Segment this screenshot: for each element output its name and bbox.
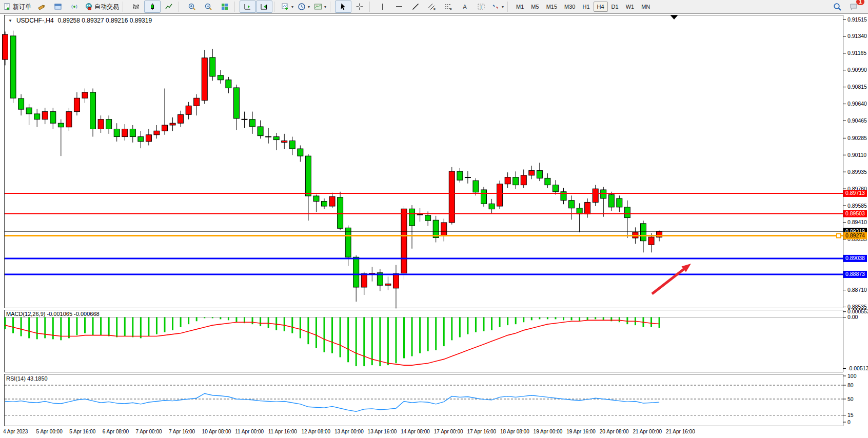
macd-histogram-bar — [515, 317, 517, 325]
macd-histogram-bar — [52, 317, 54, 340]
candle-body — [3, 34, 8, 59]
chart-canvas[interactable]: 0.915150.913400.911650.909900.908150.906… — [0, 0, 868, 438]
candle-body — [226, 80, 231, 88]
candle-body — [266, 136, 271, 137]
time-axis-label: 11 Apr 00:00 — [235, 429, 264, 434]
macd-histogram-bar — [5, 317, 6, 329]
candle-body — [481, 190, 487, 204]
macd-histogram-bar — [204, 317, 205, 318]
rsi-axis-label: 15 — [847, 412, 854, 418]
macd-histogram-bar — [220, 317, 221, 320]
candle-body — [50, 112, 56, 124]
candle-body — [393, 274, 399, 288]
rsi-pane[interactable] — [5, 374, 843, 426]
macd-histogram-bar — [100, 317, 102, 335]
candle-body — [154, 131, 160, 135]
macd-histogram-bar — [467, 317, 468, 334]
macd-histogram-bar — [148, 317, 149, 336]
macd-indicator-label: MACD(12,26,9) -0.001065 -0.000668 — [6, 311, 100, 317]
candle-body — [537, 170, 542, 178]
candle-body — [338, 197, 343, 229]
price-level-badge-text: 0.89274 — [845, 232, 865, 238]
time-axis-label: 20 Apr 08:00 — [600, 429, 629, 434]
macd-histogram-bar — [252, 317, 253, 325]
candle-body — [289, 141, 295, 149]
macd-axis-label: 0.00 — [847, 314, 858, 320]
macd-histogram-bar — [547, 317, 548, 320]
candle-body — [130, 129, 135, 136]
price-axis-tick-label: 0.90465 — [847, 117, 867, 124]
chart-title: ▼ USDCHF-,H4 0.89258 0.89327 0.89216 0.8… — [8, 17, 152, 24]
macd-histogram-bar — [356, 317, 357, 367]
macd-histogram-bar — [235, 317, 237, 323]
macd-histogram-bar — [619, 317, 620, 323]
candle-body — [601, 190, 606, 198]
macd-histogram-bar — [132, 317, 133, 337]
macd-histogram-bar — [650, 317, 652, 328]
candle-body — [353, 257, 359, 287]
candle-body — [273, 137, 279, 140]
price-axis-tick-label: 0.90285 — [847, 135, 867, 141]
macd-histogram-bar — [180, 317, 182, 328]
macd-histogram-bar — [324, 317, 325, 352]
candle-body — [617, 198, 622, 207]
candle-body — [122, 129, 128, 136]
candle-body — [361, 274, 367, 287]
macd-pane[interactable] — [5, 310, 843, 372]
candle-body — [18, 98, 24, 109]
candle-body — [441, 223, 447, 236]
macd-histogram-bar — [347, 317, 349, 363]
candle-body — [425, 215, 431, 221]
macd-histogram-bar — [340, 317, 341, 357]
macd-histogram-bar — [435, 317, 437, 350]
candle-body — [298, 149, 303, 156]
macd-histogram-bar — [595, 317, 596, 320]
price-level-badge-text: 0.89713 — [845, 190, 865, 196]
candle-body — [329, 196, 335, 206]
candle-body — [529, 170, 535, 175]
candle-body — [569, 201, 575, 208]
time-axis-label: 7 Apr 16:00 — [169, 429, 195, 434]
price-axis-tick-label: 0.91515 — [847, 16, 867, 23]
candle-body — [250, 120, 255, 127]
time-axis-label: 17 Apr 16:00 — [467, 429, 496, 434]
candle-body — [34, 114, 40, 120]
macd-histogram-bar — [379, 317, 381, 367]
candle-body — [242, 119, 247, 120]
price-level-badge-text: 0.88873 — [845, 271, 865, 277]
time-axis-label: 4 Apr 2023 — [3, 429, 28, 434]
macd-histogram-bar — [483, 317, 485, 331]
macd-histogram-bar — [196, 317, 198, 322]
candle-body — [624, 207, 630, 218]
macd-histogram-bar — [539, 317, 540, 320]
macd-histogram-bar — [395, 317, 397, 364]
price-axis-tick-label: 0.90110 — [847, 152, 866, 158]
line-drag-handle[interactable] — [837, 234, 841, 238]
price-axis-tick-label: 0.89585 — [847, 203, 867, 209]
candle-body — [465, 177, 470, 178]
time-axis-label: 21 Apr 16:00 — [666, 429, 695, 434]
macd-histogram-bar — [419, 317, 421, 353]
time-axis-label: 6 Apr 08:00 — [103, 429, 129, 434]
macd-histogram-bar — [156, 317, 157, 334]
candle-body — [577, 208, 582, 214]
macd-histogram-bar — [659, 317, 660, 328]
candle-body — [194, 98, 200, 106]
candle-body — [521, 175, 526, 185]
candle-body — [545, 178, 550, 185]
macd-histogram-bar — [212, 317, 213, 318]
macd-histogram-bar — [563, 317, 564, 321]
macd-histogram-bar — [228, 317, 229, 321]
macd-histogram-bar — [60, 317, 62, 341]
candle-body — [218, 75, 223, 80]
time-axis-label: 17 Apr 00:00 — [434, 429, 463, 434]
candle-body — [42, 112, 48, 120]
macd-histogram-bar — [603, 317, 604, 321]
macd-histogram-bar — [307, 317, 309, 345]
price-pane[interactable] — [5, 15, 843, 308]
time-axis-label: 21 Apr 00:00 — [633, 429, 662, 434]
chart-dropdown-icon[interactable]: ▼ — [8, 18, 12, 23]
candle-body — [417, 214, 423, 215]
candle-body — [170, 123, 175, 125]
macd-histogram-bar — [571, 317, 573, 321]
